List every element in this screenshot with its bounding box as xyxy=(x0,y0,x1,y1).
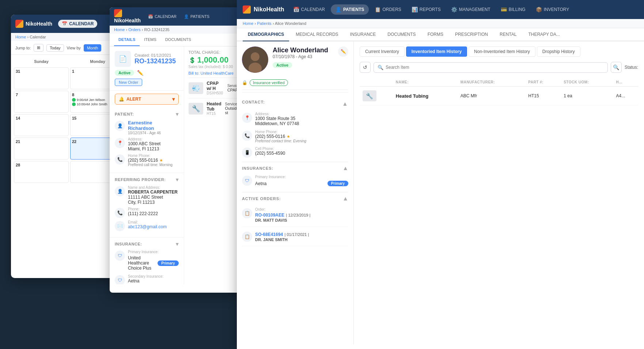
ins-shield-icon: 🛡 xyxy=(115,251,125,261)
subtab-insurance[interactable]: INSURANCE xyxy=(345,28,381,41)
status-row: Status: xyxy=(625,65,638,70)
pt-nav-patients[interactable]: 👤 PATIENTS xyxy=(331,4,369,15)
phone-row: (202) 555-0116 ★ xyxy=(128,158,173,163)
ref-email-block: Email: abc123@gmail.com xyxy=(128,220,167,229)
search-submit-btn[interactable]: 🔍 xyxy=(611,62,622,73)
col-name: Name: xyxy=(393,78,458,87)
order-link-2[interactable]: SO-68E41694 xyxy=(255,232,283,237)
tab-inventoried-history[interactable]: Inventoried Item History xyxy=(406,46,467,57)
item-cpap: 💨 CPAP w/ H DSXH500 Service: CPAP xyxy=(189,78,241,98)
secondary-ins-label: Secondary Insurance: xyxy=(128,274,163,278)
subtab-demographics[interactable]: DEMOGRAPHICS xyxy=(243,28,289,41)
ins-chevron-icon[interactable]: ▾ xyxy=(176,241,179,247)
patients-label: PATIENTS xyxy=(190,14,209,19)
subtab-therapy[interactable]: THERAPY DA... xyxy=(523,28,565,41)
bc-orders[interactable]: Orders xyxy=(128,27,141,32)
ins-chevron-btn[interactable]: ▲ xyxy=(342,165,348,172)
pt-nav-orders[interactable]: 📋 ORDERS xyxy=(370,4,406,15)
phone-star-icon: ★ xyxy=(287,134,290,139)
tab-non-inventoried[interactable]: Non-Inventoried Item History xyxy=(469,46,535,57)
contact-section-header: CONTACT: ▲ xyxy=(242,92,348,110)
pt-nav-management[interactable]: ⚙️ MANAGEMENT xyxy=(447,4,495,15)
item-name-tubing: Heated Tub xyxy=(207,101,221,112)
grid-view-btn[interactable]: ⊞ xyxy=(34,44,43,52)
cal-cell-28[interactable]: 28 xyxy=(14,161,69,183)
pt-nav-calendar[interactable]: 📅 CALENDAR xyxy=(289,4,329,15)
inventory-tabs: Current Inventory Inventoried Item Histo… xyxy=(360,46,638,57)
patient-active-badge: Active xyxy=(273,62,292,68)
inv-header-row: Name: Manufacturer: Part #: Stock UOM: H… xyxy=(360,78,638,87)
billing-icon: 💳 xyxy=(501,7,507,12)
bill-to-name: United HealthCare xyxy=(201,71,234,75)
patient-name-link[interactable]: Earnestine Richardson xyxy=(128,120,179,131)
cal-cell-7[interactable]: 7 xyxy=(14,91,69,113)
inv-extra-cell: A4... xyxy=(613,87,638,105)
ins-primary-row: 🛡 Primary Insurance: United Healthcare C… xyxy=(115,250,179,272)
patient-edit-btn[interactable]: ✏️ xyxy=(338,46,348,57)
contact-chevron-btn[interactable]: ▲ xyxy=(342,98,348,109)
search-input[interactable] xyxy=(386,65,604,70)
insurance-section: INSURANCE: ▾ 🛡 Primary Insurance: United… xyxy=(110,237,184,284)
tab-current-inventory[interactable]: Current Inventory xyxy=(360,46,405,57)
pt-nav-reports[interactable]: 📊 REPORTS xyxy=(407,4,445,15)
nav-patients[interactable]: 👤 PATIENTS xyxy=(181,13,212,20)
ins-secondary-block: Secondary Insurance: Aetna xyxy=(128,274,163,284)
subtab-documents[interactable]: DOCUMENTS xyxy=(382,28,421,41)
month-btn[interactable]: Month xyxy=(84,44,102,52)
nav-inv-label: INVENTORY xyxy=(544,7,569,12)
search-icon: 🔍 xyxy=(378,65,383,70)
active-orders-chevron-btn[interactable]: ▲ xyxy=(342,195,348,202)
subtab-forms[interactable]: FORMS xyxy=(423,28,448,41)
tab-documents[interactable]: DOCUMENTS xyxy=(161,34,196,46)
referring-chevron-icon[interactable]: ▾ xyxy=(176,177,179,183)
cal-cell-31[interactable]: 31 xyxy=(14,67,69,89)
inv-part-cell: HT15 xyxy=(525,87,561,105)
bc-home[interactable]: Home xyxy=(243,21,253,26)
logo-icon xyxy=(114,9,122,17)
tab-items[interactable]: ITEMS xyxy=(140,34,161,46)
col-sunday: Sunday xyxy=(14,58,69,65)
cal-cell-14[interactable]: 14 xyxy=(14,114,69,136)
inv-item-row-1: 🔧 Heated Tubing ABC Mfr HT15 1 ea xyxy=(360,87,638,105)
nav-calendar[interactable]: 📅 CALENDAR xyxy=(145,13,179,20)
order-contact-row-1: 📋 Order: RO-00109AEE | 12/23/2019 | DR. … xyxy=(242,206,348,224)
new-order-btn[interactable]: New Order xyxy=(115,79,142,86)
patient-chevron-icon[interactable]: ▾ xyxy=(176,111,179,117)
refresh-btn[interactable]: ↺ xyxy=(360,62,371,73)
patient-content: Alice Wonderland 07/10/1978 - Age 43 Act… xyxy=(237,41,644,344)
bc-patients[interactable]: Patients xyxy=(257,21,272,26)
management-icon: ⚙️ xyxy=(451,7,457,12)
patient-address-row: 📍 Address: 1000 ABC Street Miami, Fl 112… xyxy=(115,137,179,151)
patient-address-block: Address: 1000 ABC Street Miami, Fl 11213 xyxy=(128,137,160,151)
patient-name-row: 👤 Earnestine Richardson 10/12/1974 - Age… xyxy=(115,120,179,135)
alert-chevron-icon[interactable]: ▾ xyxy=(172,96,175,102)
tab-details[interactable]: DETAILS xyxy=(114,34,140,46)
order-id[interactable]: RO-13241235 xyxy=(135,57,176,65)
subtab-medical[interactable]: MEDICAL RECORDS xyxy=(291,28,343,41)
subtab-rental[interactable]: RENTAL xyxy=(495,28,522,41)
tab-dropship[interactable]: Dropship History xyxy=(537,46,580,57)
edit-icon[interactable]: ✏️ xyxy=(137,70,143,76)
ins-primary-row: United Healthcare Choice Plus Primary xyxy=(128,254,179,272)
pt-nav-billing[interactable]: 💳 BILLING xyxy=(496,4,530,15)
secondary-ins-name: Aetna xyxy=(128,278,163,284)
order-date-1: | 12/23/2019 | xyxy=(286,213,311,217)
address-line1: 1000 ABC Street xyxy=(128,141,160,146)
home-phone-value: (202) 555-0116 xyxy=(255,134,285,139)
order-items-col: TOTAL CHARGE: 💲 1,000.00 Sales tax (Incl… xyxy=(184,46,245,284)
item-name-cpap: CPAP w/ H xyxy=(207,81,224,91)
subtab-prescription[interactable]: PRESCRIPTION xyxy=(450,28,493,41)
bill-to: Bill to: United HealthCare xyxy=(189,71,241,75)
cal-icon: 📅 xyxy=(62,21,67,26)
home-phone-icon: 📞 xyxy=(242,131,252,141)
order-link-1[interactable]: RO-00109AEE xyxy=(255,213,284,218)
breadcrumb-home[interactable]: Home xyxy=(15,35,26,39)
cal-nav-pill[interactable]: 📅 CALENDAR xyxy=(58,20,97,28)
order-header: 📄 Created: 01/12/2021 RO-13241235 Active… xyxy=(110,46,184,91)
pt-nav-inventory[interactable]: 📦 INVENTORY xyxy=(531,4,574,15)
view-by-label: View by xyxy=(67,46,81,50)
bc-home[interactable]: Home xyxy=(114,27,125,32)
today-btn[interactable]: Today xyxy=(46,44,64,52)
orders-topnav: 📅 CALENDAR 👤 PATIENTS xyxy=(145,13,212,20)
cal-cell-21[interactable]: 21 xyxy=(14,138,69,160)
